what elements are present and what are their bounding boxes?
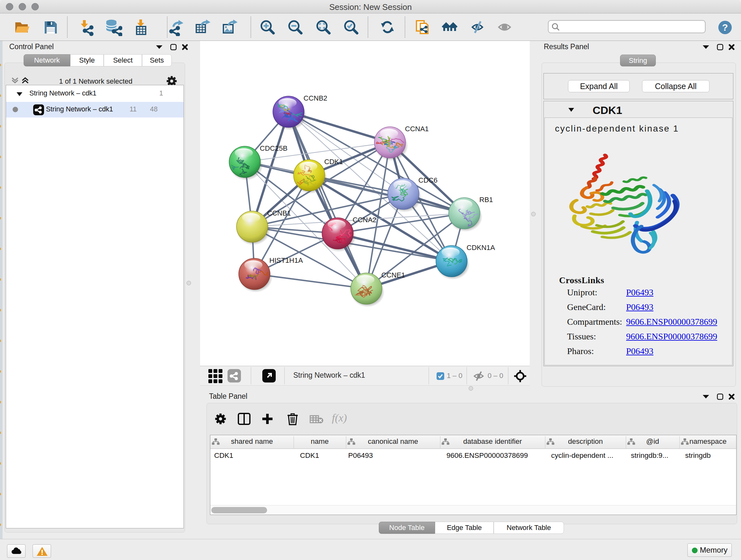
svg-text:CDKN1A: CDKN1A [467, 244, 495, 252]
svg-text:?: ? [722, 22, 728, 33]
svg-text:RB1: RB1 [479, 196, 493, 204]
svg-text:CCNB1: CCNB1 [267, 209, 291, 217]
svg-text:CDC25B: CDC25B [260, 144, 287, 152]
svg-text:CCNB2: CCNB2 [304, 94, 327, 102]
svg-text:HIST1H1A: HIST1H1A [269, 256, 303, 264]
svg-text:CCNA1: CCNA1 [405, 125, 429, 133]
svg-text:CCNA2: CCNA2 [353, 216, 377, 224]
svg-text:CDK1: CDK1 [324, 158, 343, 166]
svg-text:CCNE1: CCNE1 [381, 271, 405, 279]
svg-text:CDC6: CDC6 [418, 176, 437, 184]
